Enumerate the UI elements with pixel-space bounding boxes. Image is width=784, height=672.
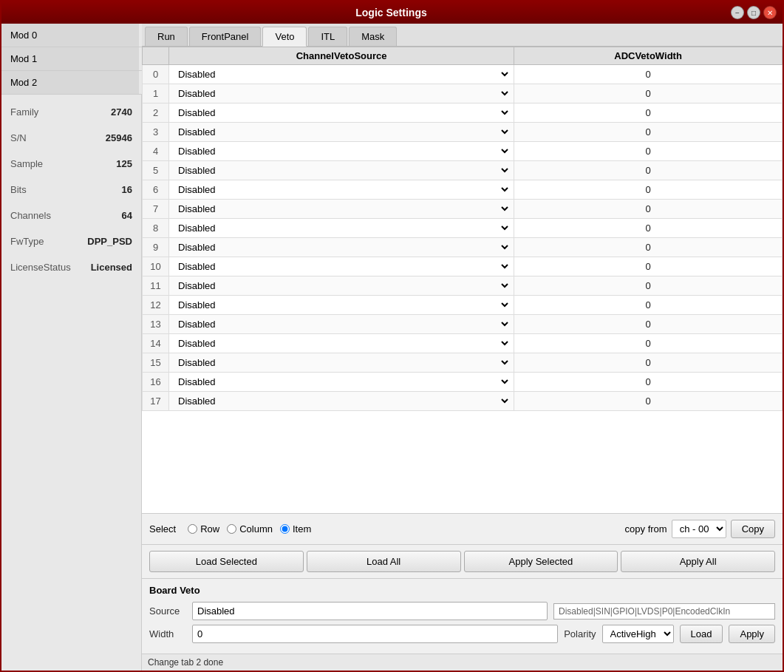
channel-veto-source-select[interactable]: Disabled: [172, 163, 511, 178]
channel-veto-source-cell: Disabled: [169, 392, 514, 411]
channel-veto-source-select[interactable]: Disabled: [172, 182, 511, 197]
table-row: 3Disabled0: [143, 123, 783, 142]
main-content: Mod 0 Mod 1 Mod 2 Family 2740 S/N 25946 …: [1, 24, 783, 671]
channel-veto-source-select[interactable]: Disabled: [172, 105, 511, 121]
table-row: 11Disabled0: [143, 276, 783, 296]
apply-button[interactable]: Apply: [729, 625, 775, 643]
channel-veto-source-cell: Disabled: [169, 353, 514, 373]
channel-veto-source-select[interactable]: Disabled: [172, 278, 511, 293]
copy-from-select[interactable]: ch - 00 ch - 01 ch - 02 ch - 03: [672, 520, 726, 538]
table-row: 7Disabled0: [143, 200, 783, 219]
radio-item-label[interactable]: Item: [280, 523, 311, 534]
sn-value: 25946: [106, 132, 132, 143]
channel-veto-source-select[interactable]: Disabled: [172, 201, 511, 217]
channels-label: Channels: [10, 210, 51, 221]
board-veto-source-row: Source: [149, 602, 775, 620]
radio-column[interactable]: [227, 524, 236, 534]
table-row: 4Disabled0: [143, 142, 783, 161]
tab-itl[interactable]: ITL: [308, 27, 347, 46]
channel-veto-source-select[interactable]: Disabled: [172, 124, 511, 140]
apply-all-button[interactable]: Apply All: [621, 551, 775, 572]
controls-bar: Select Row Column Item: [142, 514, 783, 545]
main-window: Logic Settings − □ ✕ Mod 0 Mod 1 Mod 2 F…: [0, 0, 784, 672]
channel-veto-source-cell: Disabled: [169, 180, 514, 200]
channel-veto-source-select[interactable]: Disabled: [172, 259, 511, 274]
channel-veto-source-select[interactable]: Disabled: [172, 240, 511, 255]
tab-run[interactable]: Run: [145, 27, 188, 46]
row-index: 7: [143, 200, 169, 219]
load-all-button[interactable]: Load All: [307, 551, 461, 572]
table-row: 2Disabled0: [143, 103, 783, 123]
polarity-select[interactable]: ActiveHigh ActiveLow: [602, 625, 674, 643]
channel-veto-source-cell: Disabled: [169, 123, 514, 142]
channel-table-container[interactable]: ChannelVetoSource ADCVetoWidth 0Disabled…: [142, 47, 783, 514]
tab-veto[interactable]: Veto: [262, 27, 307, 47]
radio-row[interactable]: [188, 524, 197, 534]
channel-veto-source-select[interactable]: Disabled: [172, 297, 511, 313]
channel-veto-source-select[interactable]: Disabled: [172, 67, 511, 82]
adc-veto-width-cell: 0: [514, 257, 783, 276]
apply-selected-button[interactable]: Apply Selected: [464, 551, 618, 572]
channel-veto-source-select[interactable]: Disabled: [172, 336, 511, 351]
width-input[interactable]: [192, 625, 558, 643]
row-index: 13: [143, 315, 169, 334]
adc-veto-width-cell: 0: [514, 219, 783, 238]
family-label: Family: [10, 106, 38, 118]
source-input[interactable]: [192, 602, 548, 620]
board-veto-width-row: Width Polarity ActiveHigh ActiveLow Load…: [149, 625, 775, 643]
mod-tab-2[interactable]: Mod 2: [1, 71, 141, 95]
row-index: 4: [143, 142, 169, 161]
mod-tab-0[interactable]: Mod 0: [1, 24, 141, 47]
right-panel: Run FrontPanel Veto ITL Mask ChannelVeto…: [142, 24, 783, 671]
board-veto-title: Board Veto: [149, 585, 775, 596]
row-index: 2: [143, 103, 169, 123]
adc-veto-width-cell: 0: [514, 161, 783, 180]
table-row: 10Disabled0: [143, 257, 783, 276]
channel-veto-source-select[interactable]: Disabled: [172, 220, 511, 236]
copy-button[interactable]: Copy: [731, 520, 775, 538]
license-value: Licensed: [91, 262, 132, 273]
polarity-label: Polarity: [564, 628, 596, 639]
load-selected-button[interactable]: Load Selected: [149, 551, 304, 572]
channel-veto-source-cell: Disabled: [169, 219, 514, 238]
row-index: 12: [143, 296, 169, 315]
radio-item[interactable]: [280, 524, 290, 534]
radio-column-text: Column: [239, 523, 273, 534]
board-veto-section: Board Veto Source Width Polarity ActiveH…: [142, 579, 783, 654]
channel-veto-source-select[interactable]: Disabled: [172, 143, 511, 159]
radio-column-label[interactable]: Column: [227, 523, 273, 534]
row-index: 5: [143, 161, 169, 180]
channel-veto-source-cell: Disabled: [169, 334, 514, 353]
adc-veto-width-cell: 0: [514, 200, 783, 219]
tab-frontpanel[interactable]: FrontPanel: [189, 27, 262, 46]
channel-veto-source-select[interactable]: Disabled: [172, 393, 511, 409]
source-options: [553, 603, 775, 620]
channel-veto-source-select[interactable]: Disabled: [172, 374, 511, 390]
load-button[interactable]: Load: [680, 625, 723, 643]
channel-veto-source-cell: Disabled: [169, 65, 514, 84]
radio-item-text: Item: [293, 523, 311, 534]
table-row: 8Disabled0: [143, 219, 783, 238]
channel-veto-source-select[interactable]: Disabled: [172, 86, 511, 101]
sn-label: S/N: [10, 132, 27, 143]
row-index: 8: [143, 219, 169, 238]
adc-veto-width-cell: 0: [514, 84, 783, 103]
tab-mask[interactable]: Mask: [349, 27, 397, 46]
channel-veto-source-select[interactable]: Disabled: [172, 316, 511, 332]
adc-veto-width-cell: 0: [514, 296, 783, 315]
close-button[interactable]: ✕: [763, 6, 777, 19]
row-index: 16: [143, 373, 169, 392]
channel-veto-source-cell: Disabled: [169, 315, 514, 334]
channel-veto-source-select[interactable]: Disabled: [172, 355, 511, 370]
radio-row-label[interactable]: Row: [188, 523, 219, 534]
maximize-button[interactable]: □: [747, 6, 760, 19]
table-row: 9Disabled0: [143, 238, 783, 257]
channel-veto-source-cell: Disabled: [169, 257, 514, 276]
row-index: 6: [143, 180, 169, 200]
minimize-button[interactable]: −: [731, 6, 744, 19]
table-row: 15Disabled0: [143, 353, 783, 373]
fwtype-value: DPP_PSD: [87, 236, 132, 247]
row-index: 9: [143, 238, 169, 257]
mod-tab-1[interactable]: Mod 1: [1, 47, 141, 71]
table-row: 6Disabled0: [143, 180, 783, 200]
